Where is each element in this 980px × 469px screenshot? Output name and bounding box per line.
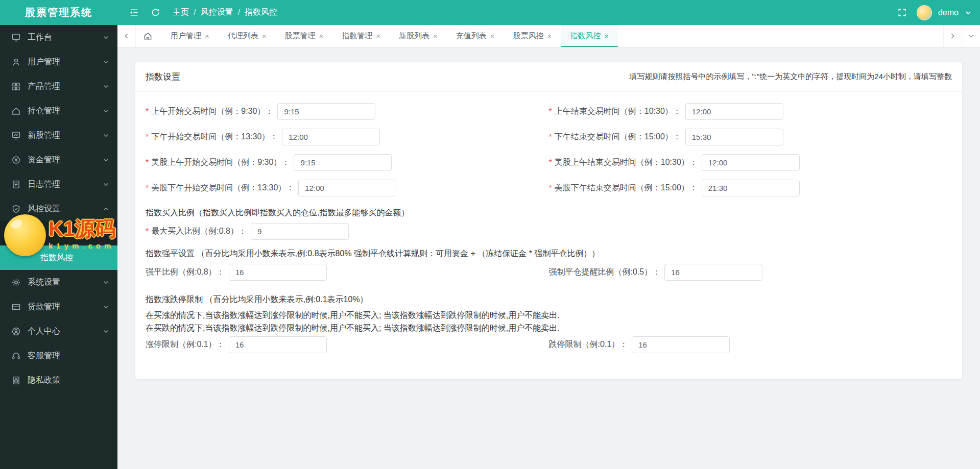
tab-index-risk[interactable]: 指数风控 × bbox=[561, 25, 618, 47]
field-label: 强平比例（例:0.8）： bbox=[146, 267, 225, 278]
tab-label: 股票风控 bbox=[513, 31, 544, 41]
risk-settings-submenu: 指数风控 bbox=[0, 221, 117, 270]
home-tab-button[interactable] bbox=[136, 25, 159, 47]
chevron-down-icon bbox=[103, 181, 109, 188]
sidebar-item-customer-service[interactable]: 客服管理 bbox=[0, 343, 117, 368]
home-icon bbox=[143, 31, 153, 41]
sidebar-item-privacy-policy[interactable]: 隐私政策 bbox=[0, 368, 117, 392]
tab-agent-list[interactable]: 代理列表 × bbox=[219, 25, 276, 47]
sidebar-item-risk-settings[interactable]: 风控设置 bbox=[0, 196, 117, 221]
sidebar-item-loan-mgmt[interactable]: 贷款管理 bbox=[0, 294, 117, 319]
card-body: * 上午开始交易时间（例：9:30）： * 上午结束交易时间（例：10:30）：… bbox=[135, 92, 962, 379]
tab-close-icon[interactable]: × bbox=[319, 32, 324, 40]
coin-icon bbox=[11, 155, 21, 165]
liquidation-ratio-input[interactable] bbox=[229, 264, 327, 281]
field-liquidation-ratio: 强平比例（例:0.8）： bbox=[146, 264, 549, 281]
us-am-close-input[interactable] bbox=[702, 154, 800, 171]
fullscreen-icon[interactable] bbox=[896, 7, 909, 19]
shield-icon bbox=[11, 204, 21, 214]
chevron-up-icon bbox=[103, 206, 109, 212]
tabs-actions-button[interactable] bbox=[962, 25, 980, 47]
sidebar-item-product-mgmt[interactable]: 产品管理 bbox=[0, 74, 117, 98]
sidebar-item-label: 客服管理 bbox=[28, 351, 109, 361]
field-label: 下午结束交易时间（例：15:00）： bbox=[555, 132, 681, 142]
tab-label: 充值列表 bbox=[456, 31, 487, 41]
tab-recharge-list[interactable]: 充值列表 × bbox=[447, 25, 504, 47]
pm-open-input[interactable] bbox=[282, 129, 380, 145]
field-liquidation-alert-ratio: 强制平仓提醒比例（例:0.5）： bbox=[549, 264, 952, 281]
sidebar-item-personal-center[interactable]: 个人中心 bbox=[0, 319, 117, 343]
breadcrumb-risk-settings[interactable]: 风控设置 bbox=[200, 7, 233, 18]
user-icon bbox=[11, 57, 21, 67]
refresh-icon[interactable] bbox=[149, 7, 161, 19]
max-buy-ratio-input[interactable] bbox=[251, 223, 349, 240]
collapse-sidebar-icon[interactable] bbox=[128, 7, 140, 19]
avatar[interactable] bbox=[917, 5, 932, 20]
tab-bar: 用户管理 × 代理列表 × 股票管理 × 指数管理 × 新股列表 × bbox=[117, 25, 980, 47]
tab-close-icon[interactable]: × bbox=[376, 32, 380, 40]
field-us-pm-open: * 美股下午开始交易时间（例：13:30）： bbox=[146, 180, 549, 196]
field-label: 美股上午结束交易时间（例：10:30）： bbox=[555, 157, 698, 168]
sidebar-item-label: 系统设置 bbox=[28, 277, 103, 288]
screen-icon bbox=[11, 131, 21, 140]
time-fields-grid: * 上午开始交易时间（例：9:30）： * 上午结束交易时间（例：10:30）：… bbox=[146, 103, 952, 205]
sidebar-item-funds-mgmt[interactable]: 资金管理 bbox=[0, 147, 117, 172]
liquidation-alert-ratio-input[interactable] bbox=[664, 264, 762, 281]
breadcrumb-current: 指数风控 bbox=[245, 7, 277, 18]
tabs-scroll-left-button[interactable] bbox=[117, 25, 136, 47]
required-mark: * bbox=[549, 158, 552, 167]
am-open-input[interactable] bbox=[277, 103, 375, 120]
sidebar-item-system-settings[interactable]: 系统设置 bbox=[0, 270, 117, 294]
us-pm-close-input[interactable] bbox=[702, 180, 800, 196]
upper-limit-input[interactable] bbox=[229, 336, 327, 353]
am-close-input[interactable] bbox=[685, 103, 783, 120]
sidebar-item-user-mgmt[interactable]: 用户管理 bbox=[0, 50, 117, 74]
card-icon bbox=[11, 302, 21, 312]
tab-close-icon[interactable]: × bbox=[604, 32, 609, 40]
card-title: 指数设置 bbox=[146, 71, 180, 83]
sidebar-item-log-mgmt[interactable]: 日志管理 bbox=[0, 172, 117, 196]
sidebar-item-ipo-mgmt[interactable]: 新股管理 bbox=[0, 123, 117, 147]
field-label: 跌停限制（例:0.1）： bbox=[549, 339, 628, 350]
breadcrumb-home[interactable]: 主页 bbox=[173, 7, 189, 18]
sidebar-subitem-index-risk[interactable]: 指数风控 bbox=[0, 245, 117, 270]
tab-ipo-list[interactable]: 新股列表 × bbox=[390, 25, 447, 47]
sidebar-item-position-mgmt[interactable]: 持仓管理 bbox=[0, 98, 117, 123]
chevron-down-icon bbox=[103, 328, 109, 335]
chevron-down-icon bbox=[103, 132, 109, 139]
chevron-right-icon bbox=[949, 32, 957, 40]
us-pm-open-input[interactable] bbox=[298, 180, 396, 196]
gear-icon bbox=[11, 278, 21, 287]
tab-user-mgmt[interactable]: 用户管理 × bbox=[161, 25, 219, 47]
document-icon bbox=[11, 180, 21, 189]
tab-close-icon[interactable]: × bbox=[490, 32, 495, 40]
required-mark: * bbox=[146, 184, 149, 193]
chevron-down-icon bbox=[103, 108, 109, 114]
us-am-open-input[interactable] bbox=[294, 154, 392, 171]
tab-close-icon[interactable]: × bbox=[262, 32, 267, 40]
tab-close-icon[interactable]: × bbox=[205, 32, 209, 40]
tab-close-icon[interactable]: × bbox=[547, 32, 552, 40]
tab-label: 指数风控 bbox=[570, 31, 601, 41]
breadcrumb-separator: / bbox=[237, 8, 240, 17]
tab-stock-mgmt[interactable]: 股票管理 × bbox=[276, 25, 333, 47]
tabs-scroll-right-button[interactable] bbox=[943, 25, 962, 47]
field-am-close: * 上午结束交易时间（例：10:30）： bbox=[549, 103, 952, 120]
sidebar-item-workbench[interactable]: 工作台 bbox=[0, 25, 117, 50]
field-us-am-open: * 美股上午开始交易时间（例：9:30）： bbox=[146, 154, 549, 171]
chevron-down-icon bbox=[103, 279, 109, 286]
username[interactable]: demo bbox=[938, 8, 959, 17]
field-label: 美股下午结束交易时间（例：15:00）： bbox=[555, 183, 698, 193]
sidebar-item-label: 风控设置 bbox=[28, 204, 103, 214]
field-us-am-close: * 美股上午结束交易时间（例：10:30）： bbox=[549, 154, 952, 171]
sidebar-subitem-hidden[interactable] bbox=[0, 221, 117, 245]
tab-stock-risk[interactable]: 股票风控 × bbox=[504, 25, 561, 47]
user-menu-chevron-icon[interactable] bbox=[965, 9, 972, 16]
required-mark: * bbox=[549, 107, 552, 116]
tab-index-mgmt[interactable]: 指数管理 × bbox=[332, 25, 390, 47]
tab-close-icon[interactable]: × bbox=[433, 32, 438, 40]
headset-icon bbox=[11, 351, 21, 361]
lower-limit-input[interactable] bbox=[632, 336, 730, 353]
sidebar-item-label: 新股管理 bbox=[28, 130, 103, 141]
pm-close-input[interactable] bbox=[685, 129, 783, 145]
